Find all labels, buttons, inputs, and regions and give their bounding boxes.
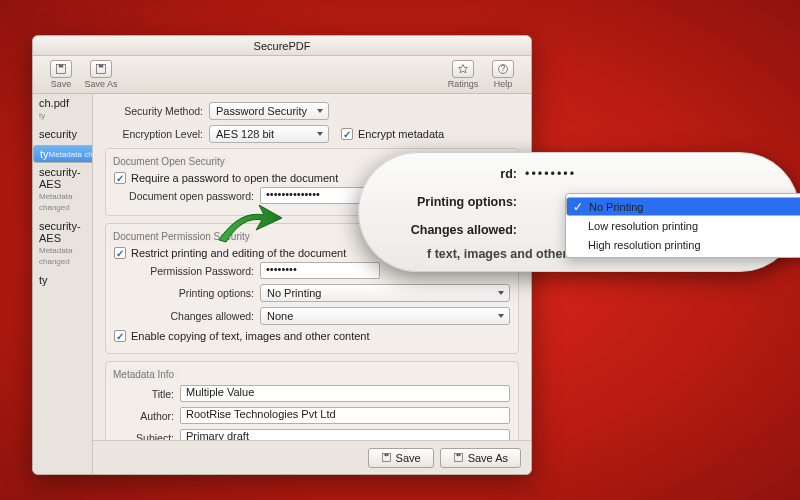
permission-password-label: Permission Password: xyxy=(114,265,254,277)
floppy-icon xyxy=(90,60,112,78)
svg-rect-8 xyxy=(384,453,388,456)
main-panel: Security Method: Password Security Encry… xyxy=(93,94,531,474)
security-method-select[interactable]: Password Security xyxy=(209,102,329,120)
metadata-header: Metadata Info xyxy=(110,369,177,380)
meta-author-label: Author: xyxy=(114,410,174,422)
callout-magnifier: rd: •••••••• Printing options: Changes a… xyxy=(358,152,800,272)
ratings-button[interactable]: Ratings xyxy=(443,60,483,89)
menu-item-high-res[interactable]: High resolution printing xyxy=(566,235,800,254)
floppy-icon xyxy=(50,60,72,78)
enable-copy-label: Enable copying of text, images and other… xyxy=(131,330,370,342)
meta-author-field[interactable]: RootRise Technologies Pvt Ltd xyxy=(180,407,510,424)
menu-item-no-printing[interactable]: No Printing xyxy=(566,197,800,216)
require-open-password-label: Require a password to open the document xyxy=(131,172,338,184)
ratings-label: Ratings xyxy=(448,79,479,89)
open-security-header: Document Open Security xyxy=(110,156,228,167)
permission-password-field[interactable]: •••••••• xyxy=(260,262,380,279)
sidebar-item[interactable]: security-AESMetadata changed xyxy=(33,217,92,271)
meta-title-field[interactable]: Multiple Value xyxy=(180,385,510,402)
sidebar-item[interactable]: security-AESMetadata changed xyxy=(33,163,92,217)
encrypt-metadata-label: Encrypt metadata xyxy=(358,128,444,140)
restrict-permission-label: Restrict printing and editing of the doc… xyxy=(131,247,346,259)
svg-rect-1 xyxy=(59,65,64,68)
callout-rd-label: rd: xyxy=(399,167,517,181)
printing-options-select[interactable]: No Printing xyxy=(260,284,510,302)
permission-security-header: Document Permission Security xyxy=(110,231,253,242)
callout-rd-value: •••••••• xyxy=(525,167,576,181)
meta-title-label: Title: xyxy=(114,388,174,400)
sidebar-item[interactable]: ty xyxy=(33,271,92,291)
security-method-label: Security Method: xyxy=(105,105,203,117)
changes-allowed-select[interactable]: None xyxy=(260,307,510,325)
help-button[interactable]: ? Help xyxy=(483,60,523,89)
svg-rect-10 xyxy=(456,453,460,456)
footer-saveas-button[interactable]: Save As xyxy=(440,448,521,468)
help-label: Help xyxy=(494,79,513,89)
saveas-button[interactable]: Save As xyxy=(81,60,121,89)
encryption-level-select[interactable]: AES 128 bit xyxy=(209,125,329,143)
sidebar-item[interactable]: tyMetadata changed xyxy=(33,145,93,163)
sidebar-item[interactable]: ch.pdfty xyxy=(33,94,92,125)
encrypt-metadata-checkbox[interactable] xyxy=(341,128,353,140)
sidebar: ch.pdfty security tyMetadata changed sec… xyxy=(33,94,93,474)
toolbar: Save Save As Ratings ? Help xyxy=(33,56,531,94)
restrict-permission-checkbox[interactable] xyxy=(114,247,126,259)
sidebar-item[interactable]: security xyxy=(33,125,92,145)
floppy-icon xyxy=(453,452,464,463)
saveas-label: Save As xyxy=(84,79,117,89)
printing-options-menu: No Printing Low resolution printing High… xyxy=(565,193,800,258)
question-icon: ? xyxy=(492,60,514,78)
changes-allowed-label: Changes allowed: xyxy=(114,310,254,322)
open-password-label: Document open password: xyxy=(114,190,254,202)
footer-save-button[interactable]: Save xyxy=(368,448,434,468)
star-icon xyxy=(452,60,474,78)
menu-item-low-res[interactable]: Low resolution printing xyxy=(566,216,800,235)
require-open-password-checkbox[interactable] xyxy=(114,172,126,184)
window-title: SecurePDF xyxy=(254,40,311,52)
callout-changes-label: Changes allowed: xyxy=(399,223,517,237)
callout-printing-label: Printing options: xyxy=(399,195,517,209)
svg-marker-4 xyxy=(459,65,468,73)
printing-options-label: Printing options: xyxy=(114,287,254,299)
enable-copy-checkbox[interactable] xyxy=(114,330,126,342)
svg-rect-3 xyxy=(99,65,104,68)
encryption-level-label: Encryption Level: xyxy=(105,128,203,140)
save-label: Save xyxy=(51,79,72,89)
footer: Save Save As xyxy=(93,440,531,474)
svg-text:?: ? xyxy=(501,64,506,73)
floppy-icon xyxy=(381,452,392,463)
save-button[interactable]: Save xyxy=(41,60,81,89)
titlebar[interactable]: SecurePDF xyxy=(33,36,531,56)
